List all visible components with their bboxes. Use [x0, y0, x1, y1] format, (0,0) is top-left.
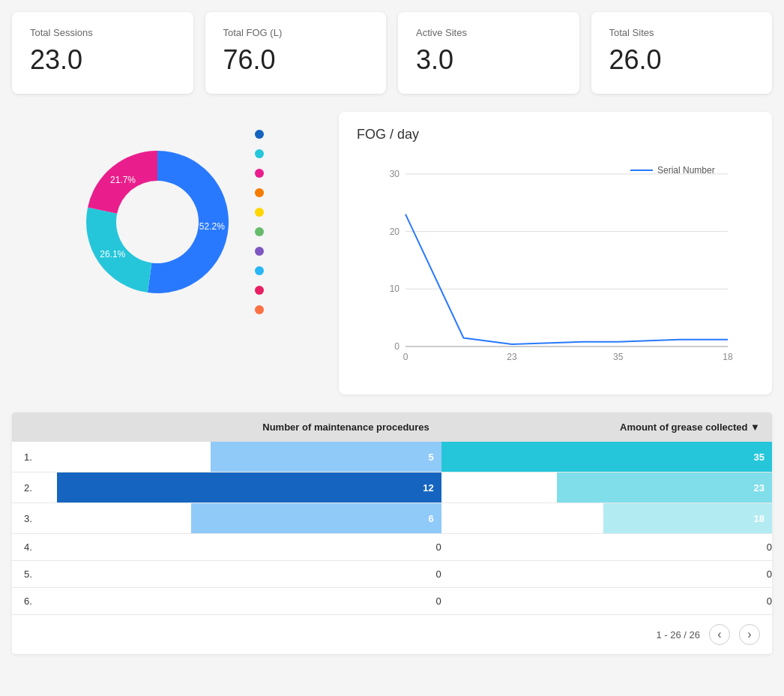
stat-card-value: 76.0 — [223, 44, 276, 76]
fog-chart-svg-wrap: 01020300233518Serial Number — [357, 152, 754, 380]
chart-y-label: 30 — [390, 169, 400, 179]
stat-card-label: Active Sites — [416, 27, 467, 38]
legend-dot-0 — [255, 130, 264, 139]
chart-x-label: 23 — [507, 352, 517, 362]
table-cell-col2: 0 — [441, 534, 772, 561]
donut-legend — [255, 124, 264, 320]
stat-card-total-sites: Total Sites 26.0 — [591, 12, 773, 94]
legend-dot-6 — [255, 247, 264, 256]
stat-card-label: Total FOG (L) — [223, 27, 283, 38]
table-cell-index: 3. — [12, 503, 57, 534]
donut-svg: 52.2%26.1%21.7% — [75, 140, 240, 304]
table-cell-index: 2. — [12, 472, 57, 503]
legend-label: Serial Number — [657, 165, 715, 176]
table-cell-col2: 23 — [441, 472, 772, 503]
middle-section: 52.2%26.1%21.7% FOG / day 01020300233518… — [12, 112, 772, 394]
table-body: 1.5352.12233.6184.005.006.00 — [12, 442, 772, 615]
chart-x-label: 0 — [403, 352, 408, 362]
data-table: Number of maintenance procedures Amount … — [12, 412, 772, 615]
pagination-prev-button[interactable]: ‹ — [709, 624, 730, 645]
table-section: Number of maintenance procedures Amount … — [12, 412, 772, 654]
stat-card-value: 23.0 — [30, 44, 82, 76]
donut-label: 21.7% — [110, 175, 136, 185]
legend-dot-4 — [255, 208, 264, 217]
pagination: 1 - 26 / 26 ‹ › — [12, 615, 772, 654]
table-header-index — [12, 412, 57, 442]
table-header-row: Number of maintenance procedures Amount … — [12, 412, 772, 442]
stat-card-active-sites: Active Sites 3.0 — [398, 12, 579, 94]
legend-dot-5 — [255, 227, 264, 236]
donut-label: 26.1% — [100, 249, 125, 260]
chart-y-label: 0 — [394, 341, 399, 352]
table-row: 2.1223 — [12, 472, 772, 503]
chart-y-label: 10 — [390, 284, 400, 294]
legend-dot-8 — [255, 286, 264, 295]
stat-card-total-sessions: Total Sessions 23.0 — [12, 12, 193, 94]
stat-card-label: Total Sites — [609, 27, 654, 38]
stat-card-total-fog: Total FOG (L) 76.0 — [205, 12, 387, 94]
legend-dot-7 — [255, 266, 264, 275]
pagination-text: 1 - 26 / 26 — [656, 629, 700, 640]
table-header-col2: Amount of grease collected ▼ — [441, 412, 772, 442]
legend-dot-1 — [255, 149, 264, 158]
chart-y-label: 20 — [390, 226, 400, 237]
table-cell-col1: 12 — [57, 472, 441, 503]
table-cell-col1: 0 — [57, 588, 441, 615]
table-cell-col2: 35 — [441, 442, 772, 472]
legend-dot-9 — [255, 305, 264, 314]
stat-cards-container: Total Sessions 23.0 Total FOG (L) 76.0 A… — [12, 12, 772, 94]
line-chart-polyline — [405, 214, 728, 344]
table-cell-col2: 18 — [441, 503, 772, 534]
table-cell-index: 6. — [12, 588, 57, 615]
stat-card-label: Total Sessions — [30, 27, 93, 38]
stat-card-value: 26.0 — [609, 44, 662, 76]
line-chart-svg: 01020300233518Serial Number — [357, 152, 754, 376]
table-header-col1: Number of maintenance procedures — [57, 412, 441, 442]
table-row: 3.618 — [12, 503, 772, 534]
table-cell-col1: 0 — [57, 561, 441, 588]
table-cell-col2: 0 — [441, 588, 772, 615]
table-cell-col2: 0 — [441, 561, 772, 588]
donut-chart-area: 52.2%26.1%21.7% — [12, 112, 327, 332]
donut-label: 52.2% — [199, 221, 225, 232]
table-row: 4.00 — [12, 534, 772, 561]
table-cell-index: 4. — [12, 534, 57, 561]
table-row: 5.00 — [12, 561, 772, 588]
table-cell-col1: 5 — [57, 442, 441, 472]
fog-chart-title: FOG / day — [357, 127, 754, 142]
table-cell-index: 1. — [12, 442, 57, 472]
table-cell-col1: 0 — [57, 534, 441, 561]
fog-day-chart-area: FOG / day 01020300233518Serial Number — [339, 112, 772, 394]
chart-x-label: 35 — [613, 352, 624, 362]
pagination-next-button[interactable]: › — [739, 624, 760, 645]
table-row: 1.535 — [12, 442, 772, 472]
table-cell-col1: 6 — [57, 503, 441, 534]
stat-card-value: 3.0 — [416, 44, 453, 76]
legend-dot-3 — [255, 188, 264, 197]
donut-chart: 52.2%26.1%21.7% — [75, 140, 240, 304]
table-row: 6.00 — [12, 588, 772, 615]
chart-x-label: 18 — [723, 352, 733, 362]
table-cell-index: 5. — [12, 561, 57, 588]
legend-dot-2 — [255, 169, 264, 178]
